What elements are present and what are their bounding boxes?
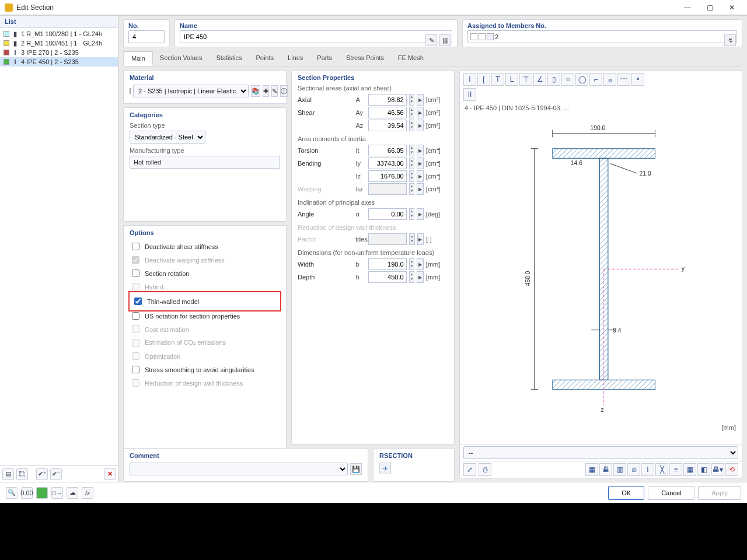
- titlebar: Edit Section — ▢ ✕: [0, 0, 747, 15]
- shape-z-icon[interactable]: ⌐: [589, 73, 602, 86]
- rsection-section: RSECTION ✈: [373, 448, 455, 482]
- shape-ring-icon[interactable]: ◯: [575, 73, 588, 86]
- shape-tr-icon[interactable]: ⊤: [519, 73, 532, 86]
- goto-icon[interactable]: ▶: [417, 258, 424, 270]
- categories-section: Categories Section type Standardized - S…: [123, 107, 287, 222]
- goto-icon[interactable]: ▶: [417, 271, 424, 283]
- cloud-icon[interactable]: ☁: [67, 487, 78, 499]
- section-properties: Section Properties Sectional areas (axia…: [291, 70, 455, 444]
- preview-toolbar: I [ T L ⊤ ∠ ▯ ○ ◯ ⌐ ⏛ 〰 • II: [460, 71, 742, 103]
- goto-icon[interactable]: ▶: [417, 208, 424, 220]
- prop-row: WarpingIω▲▼▶[cm⁶]: [298, 183, 448, 195]
- goto-icon[interactable]: ▶: [417, 120, 424, 131]
- option-reduction-of-design-wall-thickness: Reduction of design wall thickness: [130, 376, 280, 390]
- section-type-select[interactable]: Standardized - Steel: [130, 131, 205, 144]
- shape-l-icon[interactable]: L: [505, 73, 518, 86]
- apply-button[interactable]: Apply: [698, 486, 741, 500]
- prop-row: Depthh▲▼▶[mm]: [298, 271, 448, 284]
- prop-row: Iz▲▼▶[cm⁴]: [298, 170, 448, 183]
- svg-text:9.4: 9.4: [613, 327, 622, 334]
- goto-icon[interactable]: ▶: [417, 158, 424, 169]
- goto-icon[interactable]: ▶: [417, 107, 424, 118]
- shape-circle-icon[interactable]: ○: [561, 73, 574, 86]
- ok-button[interactable]: OK: [608, 486, 644, 500]
- shape-c-icon[interactable]: [: [477, 73, 490, 86]
- option-stress-smoothing-to-avoid-singularities[interactable]: Stress smoothing to avoid singularities: [130, 363, 280, 376]
- preview-panel: I [ T L ⊤ ∠ ▯ ○ ◯ ⌐ ⏛ 〰 • II: [459, 70, 742, 478]
- list-item[interactable]: I 3 IPE 270 | 2 - S235: [0, 48, 118, 57]
- shape-rect-icon[interactable]: ▯: [547, 73, 560, 86]
- material-select[interactable]: 2 - S235 | Isotropic | Linear Elastic: [133, 85, 249, 97]
- prop-row: ShearAy▲▼▶[cm²]: [298, 106, 448, 119]
- shape-angle-icon[interactable]: ∠: [533, 73, 546, 86]
- exclude-icon[interactable]: ✔⁻: [50, 468, 62, 480]
- tree-icon[interactable]: □→: [51, 487, 63, 499]
- cancel-button[interactable]: Cancel: [648, 486, 694, 500]
- tab-parts[interactable]: Parts: [310, 51, 339, 66]
- no-box: No.: [123, 19, 170, 47]
- tab-section-values[interactable]: Section Values: [153, 51, 210, 66]
- no-input[interactable]: [128, 30, 165, 43]
- color-icon[interactable]: [36, 487, 48, 499]
- preview-canvas[interactable]: 190.0 450.0 14.6: [462, 115, 739, 442]
- svg-text:14.6: 14.6: [571, 160, 582, 166]
- material-new-icon[interactable]: ✚: [263, 85, 269, 97]
- library-icon[interactable]: ▥: [439, 34, 451, 46]
- tab-statistics[interactable]: Statistics: [209, 51, 249, 66]
- tab-lines[interactable]: Lines: [281, 51, 310, 66]
- material-edit-icon[interactable]: ✎: [271, 85, 278, 97]
- list-item[interactable]: ▮ 2 R_M1 100/451 | 1 - GL24h: [0, 38, 118, 48]
- material-lib-icon[interactable]: 📚: [251, 85, 260, 97]
- prop-row: TorsionIt▲▼▶[cm⁴]: [298, 144, 448, 157]
- material-swatch: [130, 88, 131, 94]
- goto-icon[interactable]: ▶: [417, 183, 424, 195]
- assigned-field[interactable]: 2: [467, 30, 737, 43]
- tab-stress-points[interactable]: Stress Points: [339, 51, 391, 66]
- edit-name-icon[interactable]: ✎: [425, 34, 437, 46]
- delete-icon[interactable]: ✕: [104, 468, 116, 480]
- include-icon[interactable]: ✔⁺: [36, 468, 48, 480]
- shape-rail-icon[interactable]: ⏛: [603, 73, 616, 86]
- window-title: Edit Section: [16, 4, 677, 12]
- minimize-button[interactable]: —: [677, 1, 698, 14]
- tab-fe-mesh[interactable]: FE Mesh: [391, 51, 431, 66]
- goto-icon[interactable]: ▶: [417, 94, 424, 106]
- preview-title: 4 - IPE 450 | DIN 1025-5:1994-03; ...: [460, 103, 742, 113]
- option-section-rotation[interactable]: Section rotation: [130, 267, 280, 280]
- option-optimization: Optimization: [130, 349, 280, 363]
- fx-icon[interactable]: fx: [82, 487, 93, 499]
- rsection-open-icon[interactable]: ✈: [379, 463, 391, 474]
- name-box: Name ✎ ▥: [174, 19, 458, 47]
- name-input[interactable]: [180, 30, 452, 43]
- close-button[interactable]: ✕: [721, 1, 742, 14]
- units-icon[interactable]: 0.00: [21, 487, 33, 499]
- option-thin-walled-model[interactable]: Thin-walled model: [132, 295, 278, 308]
- list-item[interactable]: ▮ 1 R_M1 100/280 | 1 - GL24h: [0, 29, 118, 38]
- shape-dot-icon[interactable]: •: [631, 73, 644, 86]
- goto-icon[interactable]: ▶: [417, 233, 424, 245]
- section-list[interactable]: ▮ 1 R_M1 100/280 | 1 - GL24h▮ 2 R_M1 100…: [0, 28, 118, 466]
- shape-i-icon[interactable]: I: [463, 73, 476, 86]
- goto-icon[interactable]: ▶: [417, 170, 424, 182]
- option-deactivate-shear-stiffness[interactable]: Deactivate shear stiffness: [130, 240, 280, 253]
- options-section: Options Deactivate shear stiffnessDeacti…: [123, 225, 287, 460]
- shape-wave-icon[interactable]: 〰: [617, 73, 630, 86]
- shape-combined-icon[interactable]: II: [463, 88, 476, 101]
- new-icon[interactable]: ▤: [2, 468, 14, 480]
- goto-icon[interactable]: ▶: [417, 145, 424, 156]
- tab-main[interactable]: Main: [124, 51, 153, 66]
- pick-icon[interactable]: ↯: [724, 34, 736, 46]
- prop-row: Factortdes/t▲▼▶[-]: [298, 233, 448, 246]
- maximize-button[interactable]: ▢: [699, 1, 720, 14]
- tab-bar: MainSection ValuesStatisticsPointsLinesP…: [124, 51, 742, 66]
- material-info-icon[interactable]: ⓘ: [280, 85, 288, 97]
- copy-icon[interactable]: ⿻: [16, 468, 28, 480]
- help-icon[interactable]: 🔍: [6, 487, 18, 499]
- list-item[interactable]: I 4 IPE 450 | 2 - S235: [0, 57, 118, 66]
- comment-select[interactable]: [130, 463, 348, 475]
- comment-section: Comment 💾: [123, 448, 368, 482]
- tab-points[interactable]: Points: [249, 51, 281, 66]
- comment-store-icon[interactable]: 💾: [350, 463, 362, 475]
- shape-t-icon[interactable]: T: [491, 73, 504, 86]
- option-deactivate-warping-stiffness: Deactivate warping stiffness: [130, 253, 280, 267]
